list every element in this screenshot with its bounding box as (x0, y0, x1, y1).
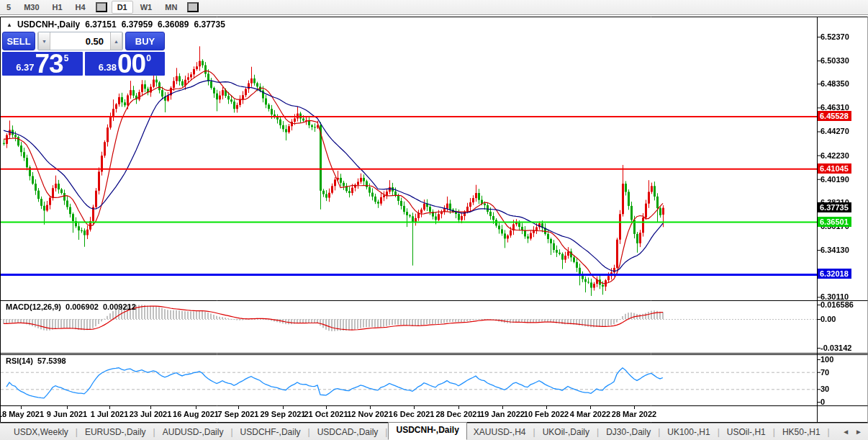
rsi-tick-label: 30 (820, 385, 829, 393)
macd-value: 0.006902 (65, 302, 99, 311)
date-tick-label: 29 Sep 2021 (261, 410, 306, 418)
symbol-tab[interactable]: HK50-,H1 (776, 425, 827, 439)
symbol-tab[interactable]: XAUUSD-,H4 (467, 425, 533, 439)
timeframe-button[interactable]: H1 (47, 1, 68, 14)
price-level-badge: 6.36501 (818, 217, 851, 227)
rsi-indicator-label: RSI(14) 57.5398 (6, 356, 66, 365)
symbol-period-label: USDCNH-,Daily (17, 19, 80, 30)
tab-scroll-left-icon[interactable]: ◄ (842, 428, 849, 436)
price-tick-label: 6.34130 (820, 246, 849, 254)
symbol-tab[interactable]: USDCNH-,Daily (388, 422, 466, 440)
buy-price-sup: 0 (146, 53, 151, 63)
date-tick-label: 7 Sep 2021 (218, 410, 259, 418)
rsi-tick-label: 0 (820, 398, 825, 406)
ohlc-close: 6.37735 (194, 19, 225, 30)
timeframe-button[interactable]: W1 (135, 1, 158, 14)
timeframe-toolbar: 5M30H1H4D1W1MN (0, 0, 868, 15)
rsi-tick-label: 100 (820, 355, 833, 364)
symbol-tab[interactable]: UK100-,H1 (661, 425, 716, 439)
macd-tick-label: 0.00 (820, 315, 836, 323)
volume-input[interactable] (50, 32, 110, 50)
rsi-name: RSI(14) (6, 356, 33, 365)
price-tick-label: 6.42230 (820, 151, 849, 160)
timeframe-button[interactable]: 5 (1, 1, 17, 14)
price-tick-label: 6.52370 (820, 32, 849, 41)
sell-price-small: 6.37 (16, 62, 34, 73)
buy-button[interactable]: BUY (125, 32, 165, 50)
price-tick-label: 6.50330 (820, 56, 849, 65)
date-tick-label: 21 Oct 2021 (304, 410, 348, 418)
collapse-panel-icon[interactable]: ▲ (6, 22, 12, 28)
symbol-tab[interactable]: USDCHF-,Daily (234, 425, 307, 439)
chart-title: ▲ USDCNH-,Daily 6.37151 6.37959 6.36089 … (6, 19, 225, 30)
date-tick-label: 10 Feb 2022 (524, 410, 569, 418)
price-level-badge: 6.37735 (818, 202, 851, 212)
volume-decrease-icon[interactable]: ▼ (38, 32, 50, 50)
tab-scroll-right-icon[interactable]: ► (855, 428, 862, 436)
ohlc-high: 6.37959 (122, 19, 153, 30)
date-tick-label: 6 Dec 2021 (394, 410, 435, 418)
date-tick-label: 28 Mar 2022 (612, 410, 656, 418)
symbol-tab[interactable]: USOil-,H1 (720, 425, 772, 439)
macd-tick-label: -0.03142 (820, 344, 851, 352)
timeframe-button[interactable]: M30 (18, 1, 45, 14)
buy-price-small: 6.38 (99, 62, 117, 73)
date-tick-label: 9 Jun 2021 (47, 410, 87, 418)
rsi-tick-label: 70 (820, 368, 829, 377)
price-tick-label: 6.48350 (820, 79, 849, 88)
sell-button[interactable]: SELL (2, 32, 35, 50)
timeframe-button (96, 2, 107, 12)
ohlc-open: 6.37151 (85, 19, 116, 30)
sell-price-big: 73 (35, 53, 63, 75)
symbol-tab-bar: USDX,WeeklyEURUSD-,DailyAUDUSD-,DailyUSD… (0, 423, 868, 440)
macd-name: MACD(12,26,9) (6, 302, 61, 311)
date-tick-label: 19 Jan 2022 (480, 410, 525, 418)
tab-scroll-arrows: ◄ ► (842, 428, 862, 436)
symbol-tab[interactable]: USDCAD-,Daily (311, 425, 385, 439)
date-tick-label: 16 Aug 2021 (173, 410, 219, 418)
macd-indicator-label: MACD(12,26,9) 0.006902 0.009212 (6, 302, 136, 311)
timeframe-button[interactable]: MN (159, 1, 183, 14)
symbol-tab[interactable]: AUDUSD-,Daily (156, 425, 230, 439)
sell-price-panel[interactable]: 6.37 73 5 (2, 52, 83, 76)
date-tick-label: 18 May 2021 (0, 410, 44, 418)
symbol-tab[interactable]: UKOil-,Daily (536, 425, 596, 439)
date-tick-label: 28 Dec 2021 (436, 410, 482, 418)
volume-increase-icon[interactable]: ▲ (110, 32, 122, 50)
timeframe-button[interactable]: D1 (112, 1, 133, 14)
buy-price-panel[interactable]: 6.38 00 0 (85, 52, 166, 76)
price-tick-label: 6.44270 (820, 127, 849, 135)
date-tick-label: 12 Nov 2021 (347, 410, 393, 418)
price-level-badge: 6.32018 (818, 269, 851, 279)
price-level-badge: 6.45528 (818, 111, 851, 121)
date-tick-label: 4 Mar 2022 (570, 410, 610, 418)
symbol-tab[interactable]: EURUSD-,Daily (78, 425, 153, 439)
rsi-value: 57.5398 (37, 356, 66, 365)
symbol-tab[interactable]: USDX,Weekly (7, 425, 75, 439)
date-tick-label: 1 Jul 2021 (91, 410, 129, 418)
symbol-tab[interactable]: DJ30-,Daily (600, 425, 657, 439)
date-tick-label: 23 Jul 2021 (130, 410, 172, 418)
symbol-tab (827, 427, 831, 437)
macd-signal-value: 0.009212 (103, 302, 136, 311)
volume-spinner: ▼ ▲ (37, 32, 123, 50)
timeframe-button[interactable]: H4 (70, 1, 91, 14)
one-click-trading-panel: SELL ▼ ▲ BUY 6.37 73 5 6.38 00 0 (2, 32, 165, 76)
price-level-badge: 6.41045 (818, 163, 851, 174)
macd-tick-label: 0.016586 (820, 300, 854, 309)
ohlc-low: 6.36089 (158, 19, 189, 30)
sell-price-sup: 5 (64, 53, 69, 63)
buy-price-big: 00 (117, 53, 145, 75)
timeframe-button (187, 2, 199, 12)
price-tick-label: 6.40190 (820, 175, 849, 184)
